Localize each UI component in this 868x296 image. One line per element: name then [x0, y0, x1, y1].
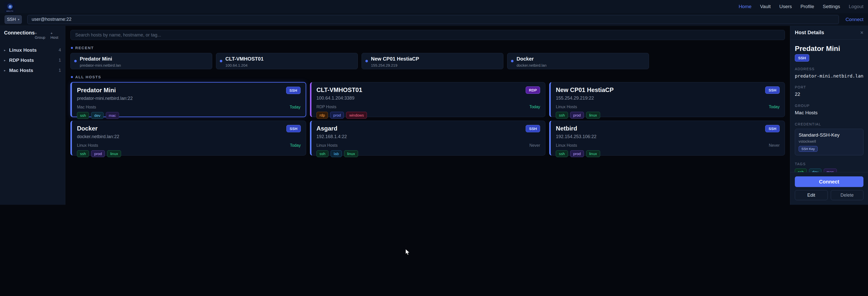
tag-pill: linux — [586, 150, 600, 157]
search-input[interactable] — [70, 30, 785, 40]
host-details-panel: Host Details × Predator Mini SSH ADDRESS… — [790, 26, 868, 205]
nav-home[interactable]: Home — [739, 4, 751, 9]
host-card-group: Linux Hosts — [316, 143, 338, 148]
tag-pill: prod — [570, 112, 584, 119]
tag-pill: ssh — [556, 112, 568, 119]
tag-pill: linux — [107, 150, 121, 157]
host-card[interactable]: CLT-VMHOST01RDP100.64.1.204:3389RDP Host… — [310, 82, 546, 117]
protocol-badge: SSH — [765, 125, 780, 132]
host-card[interactable]: New CP01 HestiaCPSSH155.254.29.219:22Lin… — [549, 82, 785, 117]
host-card-name: Netbird — [556, 125, 577, 132]
host-card[interactable]: DockerSSHdocker.netbird.lan:22Linux Host… — [70, 121, 306, 156]
tag-pill: prod — [330, 112, 344, 119]
connections-sidebar: Connections + Group + Host ▸Linux Hosts4… — [0, 26, 65, 205]
recent-host-card[interactable]: CLT-VMHOST01100.64.1.204 — [216, 53, 358, 69]
host-card-address: 192.168.1.4:22 — [316, 134, 540, 139]
sidebar-group-count: 4 — [59, 48, 61, 53]
all-hosts-section-header: ALL HOSTS — [71, 75, 785, 79]
protocol-badge: RDP — [526, 86, 540, 94]
nav-settings[interactable]: Settings — [823, 4, 840, 9]
tag-pill: dev — [91, 112, 103, 119]
host-card-address: 192.154.253.106:22 — [556, 134, 780, 139]
protocol-badge: SSH — [795, 54, 809, 62]
host-card[interactable]: AsgardSSH192.168.1.4:22Linux HostsNevers… — [310, 121, 546, 156]
protocol-select[interactable]: SSH ▾ — [5, 15, 22, 24]
sidebar-group-label: RDP Hosts — [9, 58, 34, 63]
group-label: GROUP — [795, 103, 863, 108]
sidebar-group-rdp-hosts[interactable]: ▸RDP Hosts1 — [4, 55, 61, 65]
sidebar-group-linux-hosts[interactable]: ▸Linux Hosts4 — [4, 45, 61, 55]
tag-pill: prod — [570, 150, 584, 157]
protocol-badge: SSH — [765, 86, 780, 94]
main-nav: HomeVaultUsersProfileSettingsLogout — [739, 4, 863, 9]
host-card[interactable]: NetbirdSSH192.154.253.106:22Linux HostsN… — [549, 121, 785, 156]
credential-label: CREDENTIAL — [795, 122, 863, 126]
online-dot-icon — [511, 60, 514, 62]
host-card-last-connected: Never — [529, 143, 540, 148]
tag-pill: mac — [824, 169, 837, 172]
address-value: predator-mini.netbird.lan — [795, 73, 863, 79]
port-label: PORT — [795, 85, 863, 89]
host-details-title: Host Details — [795, 30, 824, 35]
recent-host-hostname: 100.64.1.204 — [225, 63, 353, 67]
recent-section-header: RECENT — [71, 46, 785, 50]
host-card[interactable]: Predator MiniSSHpredator-mini.netbird.la… — [70, 82, 306, 117]
protocol-badge: SSH — [286, 125, 301, 132]
tag-pill: dev — [809, 169, 821, 172]
add-host-button[interactable]: + Host — [51, 31, 61, 39]
delete-button[interactable]: Delete — [831, 190, 864, 200]
nav-users[interactable]: Users — [779, 4, 792, 9]
quick-connect-button[interactable]: Connect — [845, 17, 863, 22]
tag-pill: mac — [106, 112, 119, 119]
tag-pill: ssh — [77, 150, 89, 157]
quick-connect-bar: SSH ▾ Connect — [0, 13, 868, 26]
tag-pill: windows — [346, 112, 367, 119]
credential-username: vstockwell — [799, 139, 860, 143]
online-dot-icon — [74, 60, 77, 62]
tags-label: TAGS — [795, 162, 863, 166]
online-dot-icon — [365, 60, 368, 62]
app-logo: WRAITH — [5, 2, 15, 13]
group-value: Mac Hosts — [795, 110, 863, 116]
host-card-group: RDP Hosts — [316, 105, 337, 109]
host-card-name: Predator Mini — [77, 87, 116, 94]
credential-card[interactable]: Standard-SSH-Key vstockwell SSH Key — [795, 129, 863, 155]
host-card-address: docker.netbird.lan:22 — [77, 134, 301, 139]
nav-logout[interactable]: Logout — [849, 4, 863, 9]
recent-host-hostname: predator-mini.netbird.lan — [80, 63, 208, 67]
host-card-last-connected: Today — [290, 143, 301, 148]
recent-host-card[interactable]: Dockerdocker.netbird.lan — [507, 53, 649, 69]
host-card-group: Linux Hosts — [556, 143, 577, 148]
host-card-address: predator-mini.netbird.lan:22 — [77, 96, 301, 101]
recent-host-card[interactable]: New CP01 HestiaCP155.254.29.219 — [362, 53, 503, 69]
recent-host-card[interactable]: Predator Minipredator-mini.netbird.lan — [70, 53, 212, 69]
tag-pill: ssh — [556, 150, 568, 157]
quick-connect-input[interactable] — [27, 15, 839, 24]
sidebar-group-mac-hosts[interactable]: ▸Mac Hosts1 — [4, 65, 61, 76]
tag-pill: ssh — [77, 112, 89, 119]
online-dot-icon — [220, 60, 222, 62]
connect-button[interactable]: Connect — [795, 176, 863, 187]
credential-name: Standard-SSH-Key — [799, 132, 860, 138]
top-nav-bar: WRAITH HomeVaultUsersProfileSettingsLogo… — [0, 0, 868, 13]
credential-type-badge: SSH Key — [799, 146, 817, 152]
recent-host-name: Predator Mini — [80, 56, 208, 62]
nav-vault[interactable]: Vault — [760, 4, 771, 9]
edit-button[interactable]: Edit — [795, 190, 828, 200]
recent-host-hostname: docker.netbird.lan — [517, 63, 645, 67]
tag-pill: ssh — [316, 150, 329, 157]
chevron-right-icon: ▸ — [4, 49, 9, 52]
add-group-button[interactable]: + Group — [35, 31, 48, 39]
section-dot-icon — [71, 76, 73, 78]
address-label: ADDRESS — [795, 67, 863, 71]
chevron-right-icon: ▸ — [4, 69, 9, 72]
recent-host-hostname: 155.254.29.219 — [371, 63, 499, 67]
nav-profile[interactable]: Profile — [800, 4, 814, 9]
protocol-select-value: SSH — [7, 17, 16, 22]
sidebar-group-count: 1 — [59, 58, 61, 63]
mouse-cursor — [405, 249, 411, 257]
host-card-name: Docker — [77, 125, 97, 132]
close-icon[interactable]: × — [860, 30, 863, 35]
protocol-badge: SSH — [286, 87, 301, 94]
host-card-group: Mac Hosts — [77, 105, 96, 110]
